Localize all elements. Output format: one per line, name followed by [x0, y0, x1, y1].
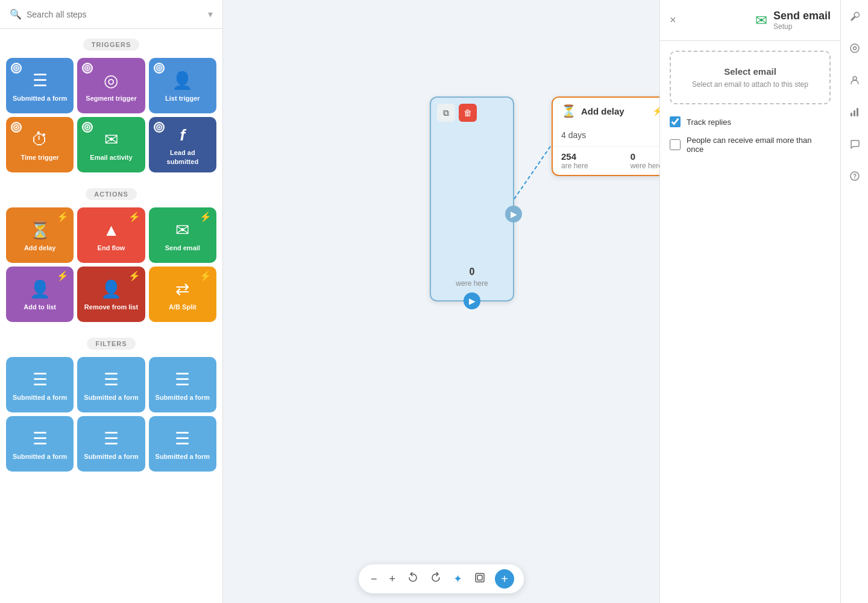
canvas-connectors: [223, 0, 659, 603]
search-input[interactable]: [27, 10, 208, 19]
step-add-to-list[interactable]: ⚡ 👤 Add to list: [6, 267, 74, 322]
step-lead-ad[interactable]: f Lead ad submitted: [149, 117, 216, 172]
list-trigger-icon: 👤: [172, 71, 193, 90]
segment-trigger-label: Segment trigger: [86, 94, 136, 103]
step-time-trigger[interactable]: ⏱ Time trigger: [6, 117, 74, 172]
segment-trigger-icon: ◎: [104, 71, 118, 90]
filter2-label: Submitted a form: [84, 393, 138, 402]
delay-are-here: 254 are here: [561, 151, 588, 170]
connector-arrow-right[interactable]: ▶: [505, 206, 522, 223]
filter3-icon: ☰: [175, 370, 190, 390]
delay-icon: ⏳: [30, 220, 51, 240]
triggers-grid: ☰ Submitted a form ◎ Segment trigger 👤 L…: [0, 58, 222, 178]
step-end-flow[interactable]: ⚡ ▲ End flow: [77, 207, 145, 263]
end-flow-icon: ▲: [103, 221, 120, 240]
sidebar-wrench-icon[interactable]: [846, 7, 864, 28]
step-send-email[interactable]: ⚡ ✉ Send email: [149, 207, 216, 263]
delay-node-title: Add delay: [581, 106, 624, 116]
sidebar-chat-icon[interactable]: [846, 135, 864, 156]
lead-ad-badge: [154, 122, 165, 133]
step-segment-trigger[interactable]: ◎ Segment trigger: [77, 58, 145, 113]
frame-button[interactable]: [472, 570, 488, 589]
step-add-delay[interactable]: ⚡ ⏳ Add delay: [6, 207, 74, 263]
sidebar-chart-icon[interactable]: [846, 103, 864, 124]
track-replies-checkbox[interactable]: [670, 116, 681, 127]
sidebar-person-icon[interactable]: [846, 71, 864, 92]
main-canvas[interactable]: ⧉ 🗑 ▶ 0 were here ▶ ⏳ Add delay ⚡ 4 days: [223, 0, 659, 603]
filters-grid: ☰ Submitted a form ☰ Submitted a form ☰ …: [0, 357, 222, 478]
placeholder-toolbar: ⧉ 🗑: [431, 98, 513, 128]
step-ab-split[interactable]: ⚡ ⇄ A/B Split: [149, 267, 216, 322]
remove-from-list-icon: 👤: [101, 279, 122, 299]
step-email-activity[interactable]: ✉ Email activity: [77, 117, 145, 172]
delay-are-here-label: are here: [561, 162, 588, 170]
left-panel: 🔍 ▾ TRIGGERS ☰ Submitted a form ◎ Segmen…: [0, 0, 223, 603]
delay-were-here-label: were here: [631, 162, 659, 170]
step-filter-6[interactable]: ☰ Submitted a form: [149, 416, 216, 472]
svg-rect-18: [854, 110, 855, 116]
filter6-label: Submitted a form: [156, 452, 210, 461]
actions-section-label: ACTIONS: [86, 188, 137, 200]
step-filter-1[interactable]: ☰ Submitted a form: [6, 357, 74, 412]
step-filter-4[interactable]: ☰ Submitted a form: [6, 416, 74, 472]
ab-split-icon-lightning: ⚡: [200, 270, 212, 282]
search-bar: 🔍 ▾: [0, 0, 222, 29]
chevron-down-icon[interactable]: ▾: [208, 8, 213, 20]
step-list-trigger[interactable]: 👤 List trigger: [149, 58, 216, 113]
svg-text:?: ?: [853, 173, 857, 180]
copy-button[interactable]: ⧉: [437, 104, 455, 122]
connector-arrow-bottom[interactable]: ▶: [464, 292, 480, 309]
svg-point-9: [87, 127, 89, 128]
zoom-out-button[interactable]: −: [368, 570, 380, 588]
track-replies-label: Track replies: [687, 118, 731, 127]
redo-button[interactable]: [428, 570, 444, 589]
receive-once-label: People can receive email more than once: [687, 136, 831, 154]
receive-once-checkbox[interactable]: [670, 139, 681, 150]
filter2-icon: ☰: [104, 370, 119, 390]
filter6-icon: ☰: [175, 429, 190, 449]
filter3-label: Submitted a form: [156, 393, 210, 402]
step-submitted-form[interactable]: ☰ Submitted a form: [6, 58, 74, 113]
sidebar-help-icon[interactable]: ?: [846, 167, 864, 188]
right-panel-header: × ✉ Send email Setup: [660, 0, 840, 41]
delete-button[interactable]: 🗑: [459, 104, 477, 122]
right-panel: × ✉ Send email Setup Select email Select…: [659, 0, 840, 603]
right-panel-close-button[interactable]: ×: [670, 14, 676, 27]
right-panel-content: Select email Select an email to attach t…: [660, 41, 840, 603]
far-right-sidebar: ?: [840, 0, 868, 603]
step-filter-2[interactable]: ☰ Submitted a form: [77, 357, 145, 412]
zoom-in-button[interactable]: +: [387, 570, 398, 588]
actions-grid: ⚡ ⏳ Add delay ⚡ ▲ End flow ⚡ ✉ Send emai…: [0, 207, 222, 328]
remove-from-list-icon-lightning: ⚡: [128, 270, 140, 282]
delay-node-header: ⏳ Add delay ⚡: [553, 98, 659, 124]
delay-were-here-count: 0: [631, 151, 659, 162]
end-flow-label: End flow: [98, 244, 125, 252]
right-panel-title-wrap: ✉ Send email Setup: [755, 10, 831, 31]
sidebar-circle-icon[interactable]: [846, 39, 864, 60]
step-filter-5[interactable]: ☰ Submitted a form: [77, 416, 145, 472]
placeholder-were-here-count: 0: [470, 267, 475, 277]
step-remove-from-list[interactable]: ⚡ 👤 Remove from list: [77, 267, 145, 322]
undo-button[interactable]: [405, 570, 421, 589]
end-flow-icon-lightning: ⚡: [128, 211, 140, 223]
add-to-list-icon-lightning: ⚡: [57, 270, 69, 282]
step-filter-3[interactable]: ☰ Submitted a form: [149, 357, 216, 412]
delay-value: 4 days: [561, 130, 586, 140]
placeholder-node[interactable]: ⧉ 🗑 ▶ 0 were here ▶: [430, 96, 514, 302]
magic-button[interactable]: ✦: [451, 570, 465, 588]
send-email-icon-lightning: ⚡: [200, 211, 212, 223]
remove-from-list-label: Remove from list: [84, 303, 138, 311]
email-select-box[interactable]: Select email Select an email to attach t…: [670, 51, 831, 104]
right-panel-title: Send email: [773, 10, 831, 22]
add-step-button[interactable]: +: [495, 569, 514, 589]
svg-rect-12: [476, 573, 484, 582]
svg-rect-13: [477, 575, 482, 580]
lead-ad-icon: f: [180, 126, 185, 145]
segment-badge: [82, 63, 93, 74]
filter1-icon: ☰: [33, 370, 48, 390]
filter5-label: Submitted a form: [84, 452, 138, 461]
right-panel-email-icon: ✉: [755, 12, 767, 29]
ab-split-label: A/B Split: [169, 303, 197, 311]
delay-node[interactable]: ⏳ Add delay ⚡ 4 days 254 are here 0 were…: [552, 96, 659, 176]
delay-lightning-icon: ⚡: [652, 106, 659, 116]
